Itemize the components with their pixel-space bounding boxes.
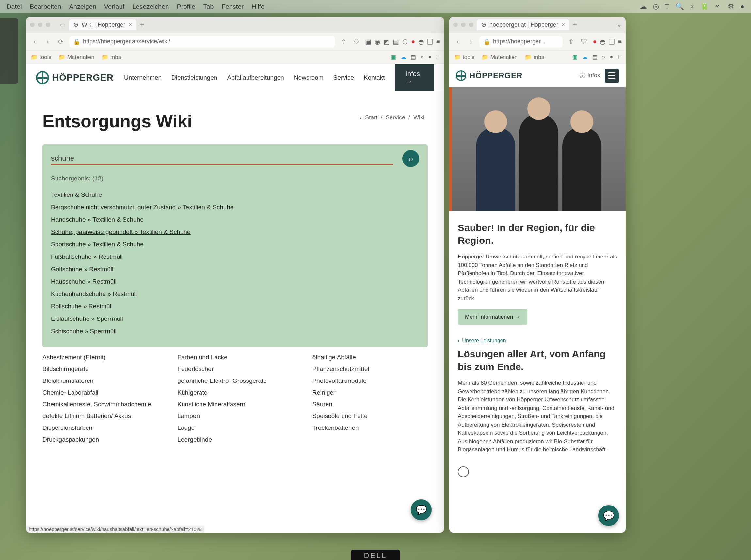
bookmark-folder[interactable]: 📁 tools — [454, 54, 475, 61]
infos-link[interactable]: ⓘ Infos — [580, 72, 600, 80]
wiki-link[interactable]: Bleiakkumulatoren — [42, 377, 158, 384]
chat-fab[interactable]: 💬 — [411, 499, 432, 520]
menu-item[interactable]: Bearbeiten — [30, 3, 61, 11]
result-item[interactable]: Fußballschuhe » Restmüll — [51, 251, 419, 263]
nav-link[interactable]: Service — [333, 74, 354, 81]
wiki-link[interactable]: Dispersionsfarben — [42, 424, 158, 432]
shield-icon[interactable]: 🛡 — [352, 37, 361, 46]
forward-button[interactable]: › — [466, 37, 476, 46]
ext-icon[interactable]: ⬡ — [402, 38, 408, 46]
ext-icon[interactable]: ● — [411, 38, 415, 45]
wiki-link[interactable]: Lampen — [177, 413, 292, 420]
bookmark-folder[interactable]: 📁 Materialien — [482, 54, 518, 61]
close-tab-icon[interactable]: × — [562, 22, 565, 28]
result-item[interactable]: Handschuhe » Textilien & Schuhe — [51, 214, 419, 226]
traffic-light-min[interactable] — [38, 22, 42, 27]
close-tab-icon[interactable]: × — [129, 22, 132, 28]
bluetooth-icon[interactable]: ᚼ — [690, 2, 694, 11]
wiki-link[interactable]: ölhaltige Abfälle — [312, 354, 428, 361]
bookmark-folder[interactable]: 📁 mba — [101, 54, 121, 61]
bookmark-more-icon[interactable]: » — [602, 54, 605, 61]
url-input[interactable]: 🔒 https://hoepperger.at/service/wiki/ — [69, 36, 335, 48]
tab-overflow-icon[interactable]: ⌄ — [617, 21, 622, 28]
result-item[interactable]: Sportschuhe » Textilien & Schuhe — [51, 238, 419, 251]
traffic-light-max[interactable] — [46, 22, 50, 27]
result-item[interactable]: Textilien & Schuhe — [51, 188, 419, 201]
breadcrumb-item[interactable]: Start — [365, 114, 378, 121]
url-input[interactable]: 🔒 https://hoepperger... — [479, 36, 563, 48]
calendar-widget[interactable] — [0, 18, 18, 83]
ext-icon[interactable]: ◓ — [600, 38, 605, 46]
bookmark-more-icon[interactable]: » — [421, 54, 424, 61]
menu-item[interactable]: Profile — [177, 3, 195, 11]
search-button[interactable]: ⌕ — [402, 150, 419, 167]
wiki-link[interactable]: Farben und Lacke — [177, 354, 292, 361]
bookmark-folder[interactable]: 📁 tools — [31, 54, 51, 61]
menu-item[interactable]: Tab — [203, 3, 214, 11]
reload-button[interactable]: ⟳ — [56, 37, 65, 46]
app-icon[interactable]: ◎ — [653, 2, 659, 11]
traffic-light-close[interactable] — [30, 22, 35, 27]
result-item[interactable]: Schischuhe » Sperrmüll — [51, 325, 419, 337]
logo[interactable]: HÖPPERGER — [36, 71, 114, 84]
new-tab-button[interactable]: + — [140, 21, 144, 29]
traffic-light-min[interactable] — [461, 22, 466, 27]
ext-icon[interactable]: ◉ — [374, 38, 380, 46]
sidebar-toggle-icon[interactable]: ▭ — [60, 21, 65, 28]
result-item[interactable]: Rollschuhe » Restmüll — [51, 300, 419, 313]
result-item[interactable]: Hausschuhe » Restmüll — [51, 276, 419, 288]
nav-link[interactable]: Kontakt — [364, 74, 385, 81]
wiki-link[interactable]: Feuerlöscher — [177, 365, 292, 373]
control-center-icon[interactable]: ⚙ — [728, 2, 734, 11]
wiki-link[interactable]: Chemikalienreste, Schwimmbadchemie — [42, 401, 158, 408]
nav-link[interactable]: Newsroom — [294, 74, 324, 81]
menu-item[interactable]: Lesezeichen — [132, 3, 169, 11]
wiki-link[interactable]: defekte Lithium Batterien/ Akkus — [42, 413, 158, 420]
hamburger-icon[interactable]: ≡ — [436, 38, 440, 45]
nav-link[interactable]: Unternehmen — [124, 74, 161, 81]
wiki-link[interactable]: Pflanzenschutzmittel — [312, 365, 428, 373]
menu-item[interactable]: Anzeigen — [69, 3, 96, 11]
spotlight-icon[interactable]: 🔍 — [675, 2, 684, 11]
infos-button[interactable]: Infos → — [395, 64, 434, 92]
wiki-link[interactable]: Druckgaspackungen — [42, 436, 158, 443]
bookmark-folder[interactable]: 📁 mba — [525, 54, 544, 61]
bookmark-icon[interactable]: ● — [428, 54, 431, 61]
menu-item[interactable]: Hilfe — [251, 3, 265, 11]
ext-icon[interactable] — [427, 39, 433, 45]
ext-icon[interactable]: ◩ — [383, 38, 389, 46]
menu-item[interactable]: Datei — [6, 3, 22, 11]
bookmark-folder[interactable]: 📁 Materialien — [58, 54, 94, 61]
logo[interactable]: HÖPPERGER — [456, 71, 522, 81]
ext-icon[interactable] — [609, 39, 615, 45]
wiki-link[interactable]: Lauge — [177, 424, 292, 432]
wiki-link[interactable]: Bildschirmgeräte — [42, 365, 158, 373]
battery-icon[interactable]: 🔋 — [700, 2, 709, 11]
shield-icon[interactable]: 🛡 — [580, 37, 589, 46]
hamburger-icon[interactable]: ≡ — [618, 38, 622, 45]
wiki-link[interactable]: Säuren — [312, 401, 428, 408]
result-item[interactable]: Bergschuhe nicht verschmutzt, guter Zust… — [51, 201, 419, 214]
menu-item[interactable]: Fenster — [222, 3, 244, 11]
wiki-link[interactable]: Trockenbatterien — [312, 424, 428, 432]
back-button[interactable]: ‹ — [453, 37, 462, 46]
back-button[interactable]: ‹ — [30, 37, 39, 46]
bookmark-icon[interactable]: ☁ — [401, 54, 406, 61]
bookmark-icon[interactable]: ▣ — [572, 54, 578, 61]
ext-icon[interactable]: ● — [593, 38, 597, 45]
wifi-icon[interactable]: ᯤ — [715, 2, 722, 11]
bookmark-icon[interactable]: ☁ — [582, 54, 588, 61]
bookmark-icon[interactable]: ▣ — [391, 54, 396, 61]
browser-tab[interactable]: ⊕ Wiki | Höpperger × — [69, 19, 136, 31]
wiki-link[interactable]: Kühlgeräte — [177, 389, 292, 396]
breadcrumb-item[interactable]: Service — [386, 114, 405, 121]
nav-link[interactable]: Dienstleistungen — [171, 74, 217, 81]
bookmark-icon[interactable]: F — [436, 54, 440, 61]
cloud-icon[interactable]: ☁ — [640, 2, 647, 11]
wiki-link[interactable]: Leergebinde — [177, 436, 292, 443]
search-input[interactable] — [51, 152, 393, 165]
wiki-link[interactable]: Chemie- Laborabfall — [42, 389, 158, 396]
wiki-link[interactable]: Speiseöle und Fette — [312, 413, 428, 420]
bookmark-icon[interactable]: F — [618, 54, 621, 61]
wiki-link[interactable]: gefährliche Elektro- Grossgeräte — [177, 377, 292, 384]
